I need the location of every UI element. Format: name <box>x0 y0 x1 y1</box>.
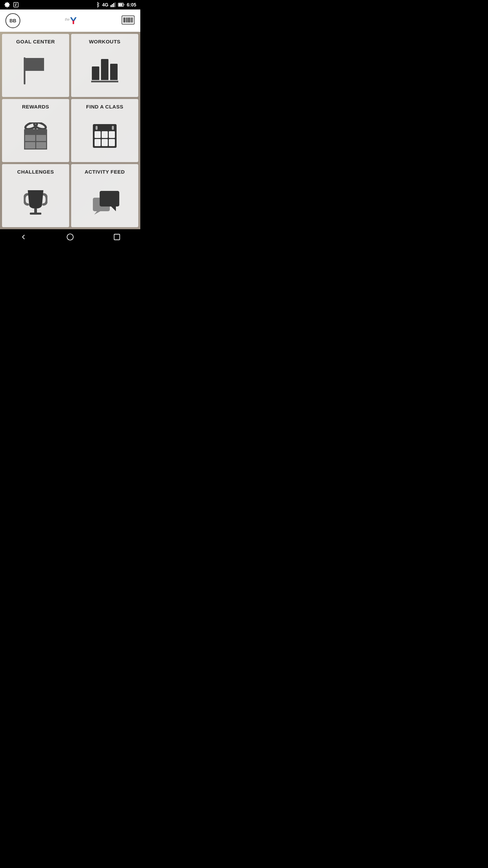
avatar[interactable]: BB <box>5 13 20 28</box>
svg-rect-24 <box>30 213 41 215</box>
bluetooth-icon <box>95 2 100 8</box>
goal-center-icon-area <box>24 48 47 94</box>
bar-chart-icon <box>91 59 118 82</box>
logo-y-text: Y <box>70 16 77 26</box>
find-a-class-icon-area <box>93 113 117 159</box>
recents-icon <box>113 233 121 241</box>
workouts-icon-area <box>91 48 118 94</box>
rewards-card[interactable]: REWARDS <box>2 99 69 162</box>
status-time: 6:05 <box>127 2 136 7</box>
challenges-title: CHALLENGES <box>17 169 54 175</box>
status-right-indicators: 4G 6:05 <box>95 2 136 8</box>
gift-icon <box>24 122 47 150</box>
svg-rect-5 <box>113 3 114 7</box>
find-a-class-title: FIND A CLASS <box>86 104 123 110</box>
svg-rect-3 <box>110 5 111 7</box>
logo-the-text: the <box>65 18 70 21</box>
menu-grid: GOAL CENTER WORKOUTS <box>0 32 140 229</box>
activity-feed-title: ACTIVITY FEED <box>85 169 125 175</box>
signal-icon <box>110 2 116 7</box>
svg-rect-6 <box>115 2 116 7</box>
goal-center-card[interactable]: GOAL CENTER <box>2 34 69 97</box>
goal-center-title: GOAL CENTER <box>16 39 55 44</box>
challenges-icon-area <box>24 178 47 224</box>
rewards-title: REWARDS <box>22 104 49 110</box>
settings-icon <box>4 2 10 8</box>
status-left-icons <box>4 2 19 8</box>
checklist-icon <box>13 2 19 8</box>
network-indicator: 4G <box>102 2 108 7</box>
activity-feed-icon-area <box>93 178 117 224</box>
flag-icon <box>24 57 47 84</box>
status-bar: 4G 6:05 <box>0 0 140 9</box>
svg-rect-8 <box>119 3 122 6</box>
main-content: GOAL CENTER WORKOUTS <box>0 32 140 229</box>
svg-rect-30 <box>114 234 120 240</box>
back-button[interactable] <box>13 231 34 245</box>
home-icon <box>66 233 74 241</box>
back-icon <box>20 233 27 241</box>
svg-rect-4 <box>112 4 113 7</box>
home-button[interactable] <box>60 231 81 245</box>
chat-icon <box>93 191 117 211</box>
workouts-card[interactable]: WORKOUTS <box>71 34 138 97</box>
trophy-icon <box>24 188 47 215</box>
navigation-bar <box>0 229 140 246</box>
challenges-card[interactable]: CHALLENGES <box>2 164 69 227</box>
app-header: BB the Y <box>0 9 140 32</box>
barcode-icon <box>121 15 135 25</box>
ymca-logo: the Y <box>65 16 77 26</box>
battery-icon <box>118 3 125 7</box>
workouts-title: WORKOUTS <box>89 39 120 44</box>
barcode-button[interactable] <box>121 15 135 26</box>
recents-button[interactable] <box>106 231 127 245</box>
svg-rect-22 <box>35 124 37 129</box>
svg-point-29 <box>67 234 73 240</box>
svg-rect-23 <box>34 209 37 213</box>
rewards-icon-area <box>24 113 47 159</box>
svg-marker-28 <box>111 206 116 211</box>
calendar-icon <box>93 124 117 148</box>
find-a-class-card[interactable]: FIND A CLASS <box>71 99 138 162</box>
activity-feed-card[interactable]: ACTIVITY FEED <box>71 164 138 227</box>
svg-marker-26 <box>94 211 100 215</box>
svg-rect-27 <box>100 191 119 206</box>
